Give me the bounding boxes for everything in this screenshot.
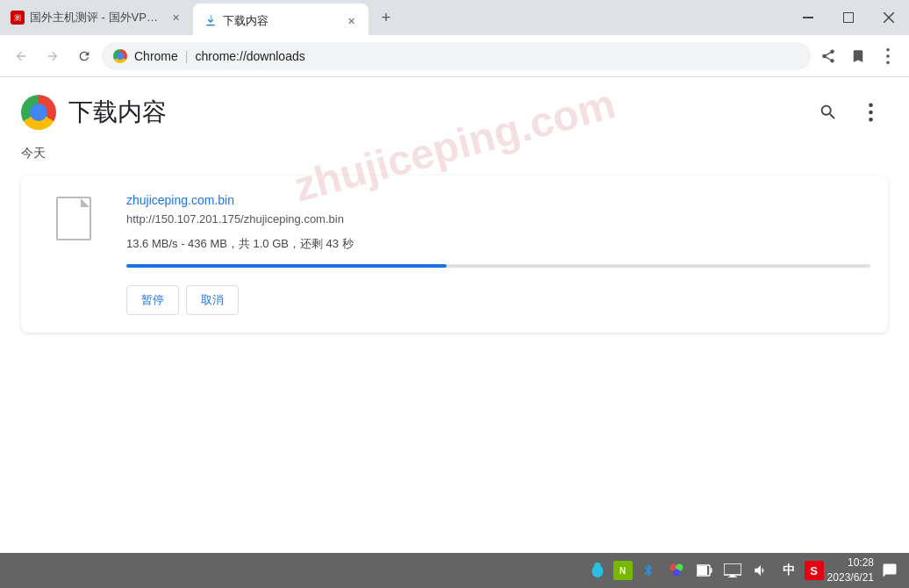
header-icons <box>811 95 888 130</box>
svg-rect-0 <box>803 17 813 18</box>
download-filename[interactable]: zhujiceping.com.bin <box>126 193 870 207</box>
taskbar: N 中 S 10:28 2023/6/21 <box>0 553 909 588</box>
input-method-icon[interactable]: 中 <box>777 558 801 583</box>
download-speed: 13.6 MB/s - 436 MB，共 1.0 GB，还剩 43 秒 <box>126 236 870 252</box>
browser-name-text: Chrome <box>134 49 178 63</box>
downloads-header: 下载内容 <box>0 77 909 139</box>
volume-icon[interactable] <box>748 558 773 583</box>
svg-point-14 <box>672 569 679 576</box>
address-separator: | <box>185 49 189 63</box>
chrome-logo-icon <box>113 49 127 63</box>
bookmark-button[interactable] <box>844 42 872 70</box>
tab-active-label: 下载内容 <box>223 13 339 29</box>
more-options-button[interactable] <box>853 95 888 130</box>
search-button[interactable] <box>811 95 846 130</box>
taskbar-date: 2023/6/21 <box>827 570 874 585</box>
tab-active[interactable]: 下载内容 ✕ <box>193 4 369 39</box>
tab-active-close[interactable]: ✕ <box>344 14 358 28</box>
section-today-label: 今天 <box>0 139 909 169</box>
minimize-button[interactable] <box>788 0 828 35</box>
pause-button[interactable]: 暂停 <box>126 285 179 315</box>
progress-bar-fill <box>126 264 447 268</box>
chrome-logo-large-icon <box>21 95 56 130</box>
svg-point-6 <box>886 61 890 64</box>
tab-inactive-close[interactable]: ✕ <box>168 11 183 25</box>
forward-button[interactable] <box>39 42 67 70</box>
file-icon <box>56 197 91 240</box>
svg-rect-1 <box>844 13 854 23</box>
tab-inactive[interactable]: 测 国外主机测评 - 国外VPS， ✕ <box>0 0 193 35</box>
svg-point-8 <box>869 111 873 115</box>
notification-button[interactable] <box>877 558 902 583</box>
download-card: zhujiceping.com.bin http://150.107.201.1… <box>21 176 888 333</box>
maximize-button[interactable] <box>828 0 869 35</box>
display-icon[interactable] <box>720 558 745 583</box>
svg-rect-16 <box>698 566 707 575</box>
browser-toolbar: Chrome | chrome://downloads <box>0 35 909 77</box>
svg-rect-19 <box>730 575 735 577</box>
nvidia-icon[interactable]: N <box>613 561 633 580</box>
svg-rect-18 <box>724 563 741 575</box>
download-actions: 暂停 取消 <box>126 285 870 315</box>
download-arrow-icon <box>204 14 218 28</box>
downloads-title-area: 下载内容 <box>21 95 167 130</box>
address-url-text: chrome://downloads <box>195 49 304 63</box>
color-sync-icon[interactable] <box>664 558 689 583</box>
taskbar-qq-icon[interactable] <box>585 558 610 583</box>
share-button[interactable] <box>814 42 842 70</box>
sogou-icon[interactable]: S <box>805 561 824 580</box>
taskbar-time: 10:28 <box>827 556 874 570</box>
file-icon-area <box>21 193 126 240</box>
download-info: zhujiceping.com.bin http://150.107.201.1… <box>126 193 870 315</box>
toolbar-right-icons <box>814 42 902 70</box>
progress-bar-container <box>126 264 870 268</box>
address-bar[interactable]: Chrome | chrome://downloads <box>102 42 811 70</box>
taskbar-clock-area: 10:28 2023/6/21 <box>827 556 874 585</box>
window-controls <box>788 0 909 35</box>
svg-point-5 <box>886 54 890 58</box>
page-content: zhujiceping.com 下载内容 今天 zhujic <box>0 77 909 553</box>
download-url: http://150.107.201.175/zhujiceping.com.b… <box>126 212 870 226</box>
new-tab-button[interactable]: + <box>372 4 400 32</box>
tab-inactive-label: 国外主机测评 - 国外VPS， <box>30 10 163 25</box>
svg-point-9 <box>869 118 873 122</box>
bluetooth-icon[interactable] <box>636 558 661 583</box>
svg-rect-20 <box>728 577 737 577</box>
refresh-button[interactable] <box>70 42 98 70</box>
cancel-button[interactable]: 取消 <box>186 285 239 315</box>
svg-rect-17 <box>710 568 712 573</box>
page-title: 下载内容 <box>68 96 167 129</box>
battery-icon[interactable] <box>692 558 717 583</box>
close-button[interactable] <box>869 0 909 35</box>
svg-point-7 <box>869 103 873 107</box>
svg-point-11 <box>594 563 600 569</box>
back-button[interactable] <box>7 42 35 70</box>
browser-menu-button[interactable] <box>874 42 902 70</box>
title-bar: 测 国外主机测评 - 国外VPS， ✕ 下载内容 ✕ + <box>0 0 909 35</box>
taskbar-clock: 10:28 2023/6/21 <box>827 556 874 585</box>
svg-point-4 <box>886 48 890 52</box>
tab-inactive-favicon: 测 <box>11 11 25 25</box>
